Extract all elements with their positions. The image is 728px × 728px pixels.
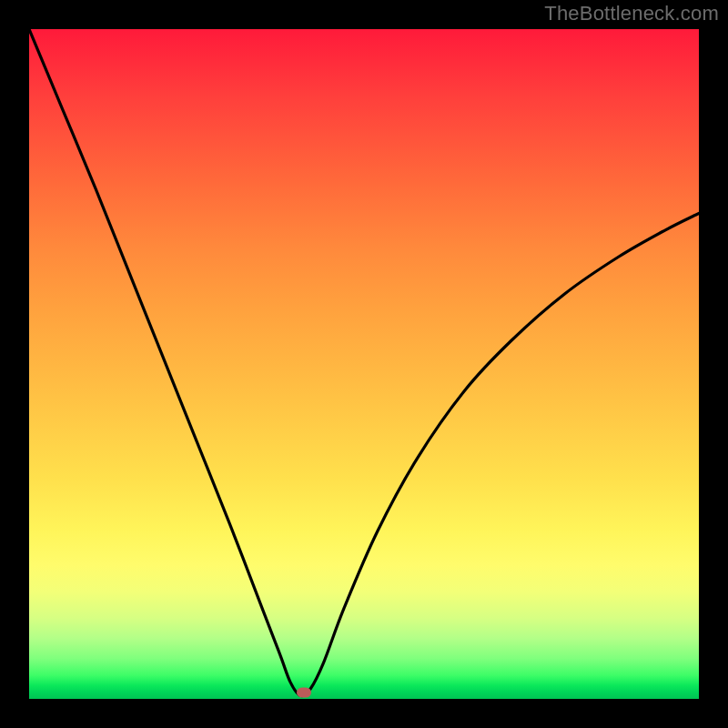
chart-frame: TheBottleneck.com bbox=[0, 0, 728, 728]
minimum-marker bbox=[297, 688, 311, 698]
bottleneck-curve bbox=[29, 29, 699, 699]
watermark-text: TheBottleneck.com bbox=[544, 2, 719, 25]
plot-area bbox=[29, 29, 699, 699]
